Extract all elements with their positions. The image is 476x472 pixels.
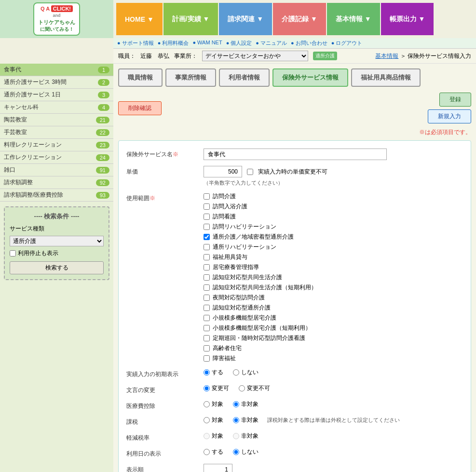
link-support[interactable]: ● サポート情報 [117, 40, 154, 47]
unit-label: 単価 [126, 166, 204, 176]
display-day-label: 利用日の表示 [126, 448, 204, 458]
new-button[interactable]: 新規入力 [428, 109, 471, 123]
tab-insurance[interactable]: 保険外サービス情報 [272, 68, 348, 87]
link-wam[interactable]: ● WAM NET [192, 40, 222, 47]
sidebar-item-1[interactable]: 通所介護サービス 3時間 2 [0, 76, 113, 89]
form-section: 保険外サービス名※ 単価 実績入力時の単価変更不可 （半角数字で入力してください… [118, 140, 471, 472]
text-changeable-radio[interactable]: 変更可 [204, 384, 229, 392]
tab-welfare[interactable]: 福祉用具商品情報 [351, 68, 421, 87]
initial-dont-radio[interactable]: しない [233, 368, 258, 377]
scope-item-9[interactable] [204, 284, 210, 291]
scope-label: 使用範囲※ [126, 192, 204, 202]
required-note: ※は必須項目です。 [118, 128, 471, 136]
scope-item-1[interactable] [204, 203, 210, 210]
scope-item-15[interactable] [204, 345, 210, 351]
order-input[interactable] [204, 464, 232, 472]
medical-label: 医療費控除 [126, 400, 204, 410]
scope-item-5[interactable] [204, 244, 210, 250]
scope-item-6[interactable] [204, 254, 210, 260]
stop-checkbox[interactable] [10, 250, 16, 256]
scope-item-2[interactable] [204, 214, 210, 220]
unit-unchangeable-checkbox[interactable] [247, 169, 253, 175]
initial-do-radio[interactable]: する [204, 368, 223, 377]
register-button[interactable]: 登録 [439, 93, 471, 107]
staff-name: 近藤 恭弘 [140, 52, 169, 60]
sidebar-item-4[interactable]: 陶芸教室 21 [0, 114, 113, 126]
search-title: ---- 検索条件 ---- [10, 212, 104, 221]
text-change-radio-group: 変更可 変更不可 [204, 384, 463, 392]
search-service-select[interactable]: 通所介護 訪問介護 訪問入浴 [10, 236, 104, 246]
order-label: 表示順 [126, 464, 204, 472]
logo-click: Q A CLICK! [38, 5, 75, 13]
nav-report[interactable]: 帳票出力 ▼ [381, 3, 434, 35]
nav-home[interactable]: HOME ▼ [116, 3, 163, 35]
reduced-target-radio[interactable]: 対象 [204, 432, 223, 440]
display-day-dont-radio[interactable]: しない [233, 448, 258, 456]
link-settings[interactable]: ● 個人設定 [226, 40, 252, 47]
sidebar-item-2[interactable]: 通所介護サービス 1日 3 [0, 89, 113, 101]
reduced-label: 軽減税率 [126, 432, 204, 442]
sidebar-item-8[interactable]: 雑口 91 [0, 164, 113, 176]
nav-basic[interactable]: 基本情報 ▼ [327, 3, 380, 35]
service-name-label: 保険外サービス名※ [126, 148, 204, 159]
link-manual[interactable]: ● マニュアル [256, 40, 287, 47]
scope-checkbox-list: 訪問介護 訪問入浴介護 訪問看護 訪問リハビリテーション [204, 192, 463, 363]
scope-item-13[interactable] [204, 325, 210, 331]
nav-plan[interactable]: 計画/実績 ▼ [163, 3, 218, 35]
reduced-non-radio[interactable]: 非対象 [233, 432, 258, 440]
scope-item-11[interactable] [204, 305, 210, 311]
sidebar-item-5[interactable]: 手芸教室 22 [0, 126, 113, 139]
unit-input[interactable] [204, 166, 242, 177]
medical-non-radio[interactable]: 非対象 [233, 400, 258, 408]
nav-care[interactable]: 介護記録 ▼ [273, 3, 326, 35]
scope-item-0[interactable] [204, 193, 210, 200]
scope-item-3[interactable] [204, 224, 210, 230]
scope-item-4[interactable] [204, 234, 210, 240]
unit-note: （半角数字で入力してください） [204, 179, 463, 187]
tax-target-radio[interactable]: 対象 [204, 416, 223, 424]
tax-radio-group: 対象 非対象 [204, 416, 258, 424]
scope-item-12[interactable] [204, 315, 210, 321]
link-contact[interactable]: ● お問い合わせ [291, 40, 327, 47]
sidebar-item-6[interactable]: 料理レクリエーション 23 [0, 139, 113, 151]
breadcrumb: 基本情報 ＞ 保険外サービス情報入力 [375, 52, 471, 60]
tag-badge: 適所介護 [313, 52, 337, 60]
nav-billing[interactable]: 請求関連 ▼ [219, 3, 272, 35]
sidebar-item-9[interactable]: 請求額調整 92 [0, 176, 113, 189]
text-change-label: 文言の変更 [126, 384, 204, 394]
stop-label[interactable]: 利用停止も表示 [18, 249, 58, 257]
scope-item-8[interactable] [204, 274, 210, 281]
scope-item-14[interactable] [204, 335, 210, 341]
reduced-radio-group: 対象 非対象 [204, 432, 463, 440]
text-unchangeable-radio[interactable]: 変更不可 [239, 384, 270, 392]
tax-note: 課税対象とする際は単価は外税として設定してください [267, 417, 400, 424]
scope-item-7[interactable] [204, 264, 210, 270]
initial-display-radio-group: する しない [204, 368, 463, 377]
logo-name: トリケアちゃん [38, 19, 75, 26]
search-section: ---- 検索条件 ---- サービス種類 通所介護 訪問介護 訪問入浴 利用停… [4, 206, 109, 280]
logo-and: and [38, 13, 75, 19]
tax-non-radio[interactable]: 非対象 [233, 416, 258, 424]
scope-item-16[interactable] [204, 355, 210, 362]
breadcrumb-link[interactable]: 基本情報 [375, 53, 398, 59]
delete-button[interactable]: 削除確認 [118, 101, 162, 115]
sidebar-item-0[interactable]: 食事代 1 [0, 64, 113, 76]
link-logout[interactable]: ● ログアウト [331, 40, 363, 47]
link-fee[interactable]: ● 利用料概会 [158, 40, 189, 47]
tab-row: 職員情報 事業所情報 利用者情報 保険外サービス情報 福祉用具商品情報 [118, 68, 471, 87]
service-name-input[interactable] [204, 148, 387, 160]
unit-check-label[interactable]: 実績入力時の単価変更不可 [258, 168, 327, 176]
tab-user[interactable]: 利用者情報 [219, 68, 270, 87]
search-button[interactable]: 検索する [10, 261, 104, 274]
sidebar-item-7[interactable]: 工作レクリエーション 24 [0, 151, 113, 164]
sidebar-item-3[interactable]: キャンセル科 4 [0, 101, 113, 114]
scope-item-10[interactable] [204, 295, 210, 301]
office-select[interactable]: デイサービスセンターおかや [202, 51, 308, 61]
medical-target-radio[interactable]: 対象 [204, 400, 223, 408]
sidebar-list: 食事代 1 通所介護サービス 3時間 2 通所介護サービス 1日 3 キャンセル… [0, 64, 113, 202]
display-day-do-radio[interactable]: する [204, 448, 223, 456]
tax-label: 課税 [126, 416, 204, 426]
sidebar-item-10[interactable]: 請求額調整/医療費控除 93 [0, 189, 113, 202]
tab-office[interactable]: 事業所情報 [165, 68, 216, 87]
tab-staff[interactable]: 職員情報 [118, 68, 163, 87]
